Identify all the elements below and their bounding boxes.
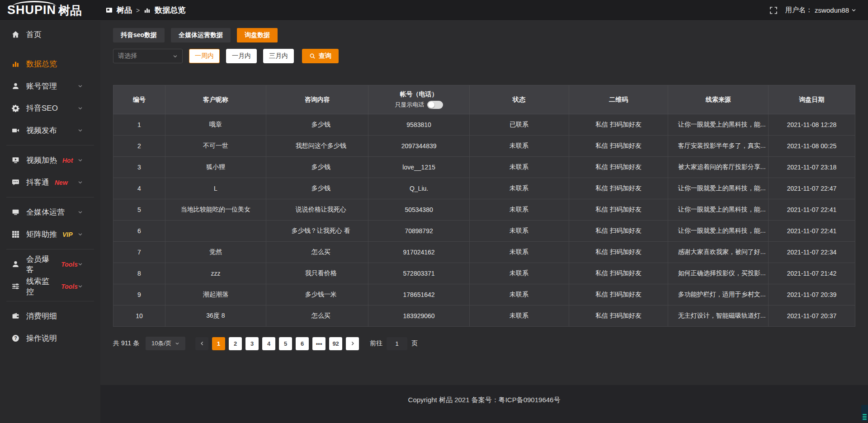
cell-source-link[interactable]: 被大家追着问的客厅投影分享... <box>668 157 769 178</box>
floating-widget[interactable] <box>861 405 868 421</box>
cell-source-link[interactable]: 客厅安装投影半年多了，真实... <box>668 136 769 157</box>
sidebar-item-label: 消费明细 <box>26 311 57 321</box>
sidebar-item-member-explosion[interactable]: 会员爆客 Tools <box>0 253 100 275</box>
tab-media-operation-data[interactable]: 全媒体运营数据 <box>171 28 231 42</box>
cell-content: 多少钱一米 <box>266 284 368 306</box>
cell-source-link[interactable]: 无主灯设计，智能磁吸轨道灯... <box>668 306 769 327</box>
prev-page-button[interactable] <box>195 337 208 350</box>
page-button[interactable]: 5 <box>279 337 292 350</box>
cell-source-link[interactable]: 让你一眼就爱上的黑科技，能... <box>668 178 769 199</box>
cell-account: Q_Liu. <box>368 178 469 199</box>
period-button-week[interactable]: 一周内 <box>189 49 220 63</box>
sidebar-item-label: 视频加热 <box>26 155 57 165</box>
cell-account: 178651642 <box>368 284 469 306</box>
sidebar-item-video-publish[interactable]: 视频发布 <box>0 119 100 141</box>
cell-no: 6 <box>113 221 165 242</box>
goto-page-input[interactable]: 1 <box>387 337 407 350</box>
search-button[interactable]: 查询 <box>302 49 339 63</box>
cell-status: 未联系 <box>469 136 569 157</box>
page-button[interactable]: ••• <box>312 337 326 350</box>
cell-status: 已联系 <box>469 114 569 136</box>
col-header-no: 编号 <box>113 85 165 114</box>
sidebar-item-account-management[interactable]: 账号管理 <box>0 75 100 97</box>
cell-qr-link[interactable]: 私信 扫码加好友 <box>569 136 668 157</box>
page-button[interactable]: 6 <box>296 337 309 350</box>
tab-douyin-seo-data[interactable]: 抖音seo数据 <box>113 28 165 42</box>
page-button[interactable]: 2 <box>229 337 242 350</box>
cell-no: 1 <box>113 114 165 136</box>
sidebar-item-matrix-boost[interactable]: 矩阵助推 VIP <box>0 223 100 245</box>
table-row[interactable]: 4 L 多少钱 Q_Liu. 未联系 私信 扫码加好友 让你一眼就爱上的黑科技，… <box>113 178 855 199</box>
table-row[interactable]: 2 不可一世 我想问这个多少钱 2097344839 未联系 私信 扫码加好友 … <box>113 136 855 157</box>
page-button[interactable]: 92 <box>329 337 342 350</box>
col-header-source: 线索来源 <box>668 85 769 114</box>
breadcrumb-root[interactable]: 树品 <box>117 5 132 15</box>
table-row[interactable]: 5 当地比较能吃的一位美女 说说价格让我死心 50534380 未联系 私信 扫… <box>113 199 855 221</box>
tab-inquiry-data[interactable]: 询盘数据 <box>237 28 278 42</box>
page-button[interactable]: 3 <box>245 337 259 350</box>
logo-arc <box>13 1 56 6</box>
table-row[interactable]: 9 潮起潮落 多少钱一米 178651642 未联系 私信 扫码加好友 多功能护… <box>113 284 855 306</box>
page-size-select[interactable]: 10条/页 <box>146 337 185 350</box>
cell-qr-link[interactable]: 私信 扫码加好友 <box>569 242 668 263</box>
breadcrumb-current: 数据总览 <box>155 5 185 15</box>
sidebar-item-media-operation[interactable]: 全媒体运营 <box>0 201 100 223</box>
next-page-button[interactable] <box>346 337 359 350</box>
cell-qr-link[interactable]: 私信 扫码加好友 <box>569 178 668 199</box>
cell-content: 多少钱 <box>266 114 368 136</box>
sidebar-item-video-heat[interactable]: 视频加热 Hot <box>0 149 100 171</box>
cell-source-link[interactable]: 让你一眼就爱上的黑科技，能... <box>668 114 769 136</box>
sliders-icon <box>12 282 20 290</box>
cell-date: 2021-11-07 23:18 <box>768 157 855 178</box>
sidebar-item-data-overview[interactable]: 数据总览 <box>0 53 100 75</box>
table-row[interactable]: 7 觉然 怎么买 917024162 未联系 私信 扫码加好友 感谢大家喜欢我家… <box>113 242 855 263</box>
bar-chart-icon <box>144 7 151 14</box>
table-row[interactable]: 10 36度 8 怎么买 183929060 未联系 私信 扫码加好友 无主灯设… <box>113 306 855 327</box>
table-row[interactable]: 3 狐小狸 多少钱 love__1215 未联系 私信 扫码加好友 被大家追着问… <box>113 157 855 178</box>
cell-qr-link[interactable]: 私信 扫码加好友 <box>569 114 668 136</box>
sidebar-item-label: 首页 <box>26 29 42 40</box>
user-icon <box>12 260 20 268</box>
cell-qr-link[interactable]: 私信 扫码加好友 <box>569 221 668 242</box>
cell-source-link[interactable]: 让你一眼就爱上的黑科技，能... <box>668 199 769 221</box>
cell-content: 怎么买 <box>266 242 368 263</box>
chevron-down-icon <box>78 84 86 89</box>
fullscreen-icon[interactable] <box>770 7 777 14</box>
filter-select[interactable]: 请选择 <box>113 49 183 63</box>
page-button[interactable]: 4 <box>262 337 275 350</box>
cell-nickname: 狐小狸 <box>165 157 266 178</box>
user-menu[interactable]: 用户名：zswodun88 <box>785 6 856 14</box>
page-button[interactable]: 1 <box>212 337 225 350</box>
cell-qr-link[interactable]: 私信 扫码加好友 <box>569 157 668 178</box>
sidebar-item-douketong[interactable]: 抖客通 New <box>0 171 100 193</box>
table-row[interactable]: 8 zzz 我只看价格 572803371 未联系 私信 扫码加好友 如何正确选… <box>113 263 855 284</box>
cell-source-link[interactable]: 让你一眼就爱上的黑科技，能... <box>668 221 769 242</box>
goto-label: 前往 <box>370 339 382 348</box>
cell-date: 2021-11-07 22:47 <box>768 178 855 199</box>
cell-qr-link[interactable]: 私信 扫码加好友 <box>569 306 668 327</box>
cell-source-link[interactable]: 多功能护栏灯，适用于乡村文... <box>668 284 769 306</box>
phone-only-toggle[interactable] <box>427 101 443 109</box>
cell-source-link[interactable]: 如何正确选择投影仪，买投影... <box>668 263 769 284</box>
cell-no: 9 <box>113 284 165 306</box>
sidebar-item-help[interactable]: ? 操作说明 <box>0 327 100 349</box>
sidebar-item-label: 数据总览 <box>26 59 57 69</box>
cell-date: 2021-11-07 21:42 <box>768 263 855 284</box>
period-button-quarter[interactable]: 三月内 <box>263 49 294 63</box>
table-row[interactable]: 1 哦章 多少钱 9583810 已联系 私信 扫码加好友 让你一眼就爱上的黑科… <box>113 114 855 136</box>
app-square-icon <box>106 7 113 14</box>
table-row[interactable]: 6 多少钱？让我死心 看 70898792 未联系 私信 扫码加好友 让你一眼就… <box>113 221 855 242</box>
sidebar-item-douyin-seo[interactable]: 抖音SEO <box>0 97 100 119</box>
sidebar-item-home[interactable]: 首页 <box>0 24 100 46</box>
cell-source-link[interactable]: 感谢大家喜欢我家，被问了好... <box>668 242 769 263</box>
chevron-down-icon <box>78 232 86 237</box>
goto-unit: 页 <box>411 339 418 348</box>
cell-no: 3 <box>113 157 165 178</box>
sidebar-item-clue-monitor[interactable]: 线索监控 Tools <box>0 275 100 297</box>
cell-qr-link[interactable]: 私信 扫码加好友 <box>569 284 668 306</box>
sidebar-item-consumption-detail[interactable]: 消费明细 <box>0 305 100 327</box>
cell-date: 2021-11-08 00:25 <box>768 136 855 157</box>
cell-qr-link[interactable]: 私信 扫码加好友 <box>569 199 668 221</box>
cell-qr-link[interactable]: 私信 扫码加好友 <box>569 263 668 284</box>
period-button-month[interactable]: 一月内 <box>226 49 257 63</box>
